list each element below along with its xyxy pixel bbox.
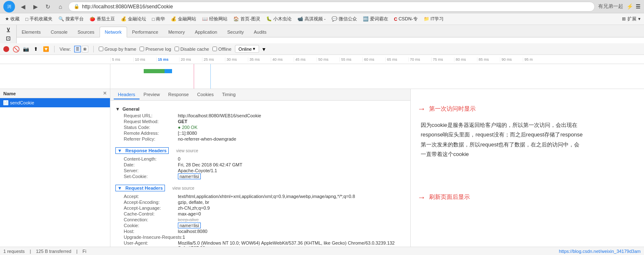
offline-input[interactable]: [212, 47, 217, 51]
tab-network[interactable]: Network: [100, 27, 127, 37]
server-value: Apache-Coyote/1.1: [178, 168, 217, 173]
home-button[interactable]: ⌂: [56, 2, 65, 11]
finish-label: Fi: [82, 249, 86, 254]
bookmark-experience[interactable]: 📖 经验网站: [200, 15, 229, 23]
forward-button[interactable]: ▶: [31, 2, 40, 11]
detail-tab-cookies[interactable]: Cookies: [193, 90, 218, 99]
request-list: Name ✕ 📄 sendCookie: [0, 89, 110, 247]
bookmark-nanhua[interactable]: □ 南华: [150, 15, 167, 23]
close-column-icon[interactable]: ✕: [103, 91, 107, 96]
bookmark-it[interactable]: 📁 IT学习: [422, 15, 446, 23]
timeline-vline-1: [194, 64, 194, 89]
group-by-frame-checkbox[interactable]: Group by frame: [99, 47, 136, 52]
group-by-frame-input[interactable]: [99, 47, 103, 51]
tab-performance[interactable]: Performance: [127, 27, 163, 37]
refresh-button[interactable]: ↻: [43, 2, 52, 11]
explanation-part4: 一直带着这个cookie: [421, 151, 469, 157]
tab-memory[interactable]: Memory: [163, 27, 190, 37]
mark-40ms: 40 ms: [271, 57, 294, 62]
explanation-part3: 第一次发来的数据，所以request也有了数据，在之后的访问中，会: [421, 141, 579, 148]
list-view-icon[interactable]: ☰: [74, 46, 81, 52]
status-code-value: ● 200 OK: [178, 125, 197, 130]
annotation-first-visit-text: 第一次访问时显示: [429, 105, 476, 113]
bookmark-tomato[interactable]: 🍅 番茄土豆: [88, 15, 117, 23]
referrer-policy-label: Referrer Policy:: [124, 136, 178, 141]
detail-tab-preview[interactable]: Preview: [140, 90, 164, 99]
clear-button[interactable]: 🚫: [12, 46, 19, 52]
request-header-fields: Accept: text/html,application/xhtml+xml,…: [115, 194, 405, 247]
inspect-icon[interactable]: ⊡: [6, 35, 11, 42]
tab-sources[interactable]: Sources: [72, 27, 99, 37]
request-method-value: GET: [178, 119, 187, 124]
request-view-source-link[interactable]: view source: [172, 186, 195, 191]
group-by-frame-label: Group by frame: [105, 47, 136, 52]
response-view-source-link[interactable]: view source: [176, 149, 198, 153]
status-left: 1 requests | 125 B transferred | Fi: [3, 249, 86, 254]
accept-language-label: Accept-Language:: [124, 205, 178, 210]
bookmark-csdn[interactable]: C CSDN-专: [392, 15, 419, 23]
disable-cache-input[interactable]: [175, 47, 179, 51]
annotation-refresh-text: 刷新页面后显示: [429, 193, 470, 201]
tab-security[interactable]: Security: [222, 27, 249, 37]
large-view-icon[interactable]: ⊞: [82, 46, 88, 52]
accept-row: Accept: text/html,application/xhtml+xml,…: [124, 194, 405, 199]
response-headers-title: Response Headers: [125, 148, 167, 153]
bookmark-mobile[interactable]: □ 手机收藏夹: [24, 15, 54, 23]
bookmark-collections[interactable]: ★ 收藏: [3, 15, 21, 23]
menu-icon[interactable]: ☰: [636, 3, 641, 10]
mark-80ms: 80 ms: [454, 57, 477, 62]
devtools-top-row: ⊻ ⊡ Elements Console Sources Network Per…: [0, 25, 644, 43]
status-code-text: 200 OK: [182, 125, 197, 130]
bookmark-more[interactable]: ⊞ 扩展 ▾: [622, 16, 641, 22]
network-toolbar: 🚫 📷 ⬆ 🔽 View: ☰ ⊞ Group by frame Preserv…: [0, 43, 644, 55]
address-bar[interactable]: 🔒 http://localhost:8080/WEB16/sendCookie: [68, 2, 595, 12]
video-icon: 📹: [297, 16, 303, 22]
bookmark-aiciba[interactable]: 🔤 爱词霸在: [361, 15, 390, 23]
bookmarks-bar: ★ 收藏 □ 手机收藏夹 🔍 搜索平台 🍅 番茄土豆 💰 金融论坛 □ 南华 💰…: [0, 13, 644, 25]
mark-60ms: 60 ms: [362, 57, 385, 62]
bookmark-video[interactable]: 📹 高淇视频 -: [296, 15, 327, 23]
remote-address-row: Remote Address: [::1]:8080: [124, 131, 405, 136]
tab-elements[interactable]: Elements: [17, 27, 46, 37]
bookmark-home-tuling[interactable]: 🏠 首页-图灵: [232, 15, 262, 23]
dock-icon[interactable]: ⊻: [6, 27, 10, 33]
offline-label: Offline: [218, 47, 232, 52]
detail-tab-response[interactable]: Response: [164, 90, 193, 99]
offline-checkbox[interactable]: Offline: [212, 47, 232, 52]
devtools-panel: ⊻ ⊡ Elements Console Sources Network Per…: [0, 25, 644, 255]
bookmark-bug[interactable]: 🐛 小木虫论: [265, 15, 293, 23]
security-icon: 🔒: [74, 4, 80, 9]
detail-tab-headers[interactable]: Headers: [114, 90, 140, 99]
preserve-log-input[interactable]: [140, 47, 144, 51]
back-button[interactable]: ◀: [18, 2, 27, 11]
record-button[interactable]: [3, 46, 9, 52]
request-headers-toggle[interactable]: ▼ Request Headers: [115, 185, 165, 191]
more-options-icon[interactable]: ▾: [262, 46, 265, 52]
request-item-sendcookie[interactable]: 📄 sendCookie: [0, 98, 110, 107]
import-button[interactable]: ⬆: [32, 46, 39, 52]
detail-tab-timing[interactable]: Timing: [218, 90, 240, 99]
preserve-log-checkbox[interactable]: Preserve log: [140, 47, 171, 52]
mark-95ms: 95 m: [523, 57, 546, 62]
accept-encoding-value: gzip, deflate, br: [178, 200, 209, 205]
annotation-first-visit: → 第一次访问时显示: [417, 104, 637, 114]
capture-screenshot-button[interactable]: 📷: [22, 46, 29, 52]
response-headers-toggle[interactable]: ▼ Response Headers: [115, 147, 169, 154]
tab-console[interactable]: Console: [46, 27, 72, 37]
search-bm-icon: 🔍: [58, 16, 64, 22]
expand-icon: 扩展: [627, 16, 637, 22]
mark-55ms: 55 ms: [339, 57, 362, 62]
bookmark-wechat[interactable]: 💬 微信公众: [330, 15, 359, 23]
online-button[interactable]: Online ▾: [235, 45, 260, 53]
online-label: Online: [239, 47, 252, 52]
disable-cache-label: Disable cache: [180, 47, 209, 52]
bookmark-finance-forum[interactable]: 💰 金融论坛: [119, 15, 148, 23]
separator2: [93, 46, 94, 52]
tab-audits[interactable]: Audits: [249, 27, 272, 37]
filter-button[interactable]: 🔽: [42, 46, 49, 52]
bookmark-search[interactable]: 🔍 搜索平台: [57, 15, 85, 23]
disable-cache-checkbox[interactable]: Disable cache: [175, 47, 209, 52]
content-length-row: Content-Length: 0: [124, 156, 405, 161]
tab-application[interactable]: Application: [190, 27, 222, 37]
bookmark-finance-site[interactable]: 💰 金融网站: [169, 15, 198, 23]
